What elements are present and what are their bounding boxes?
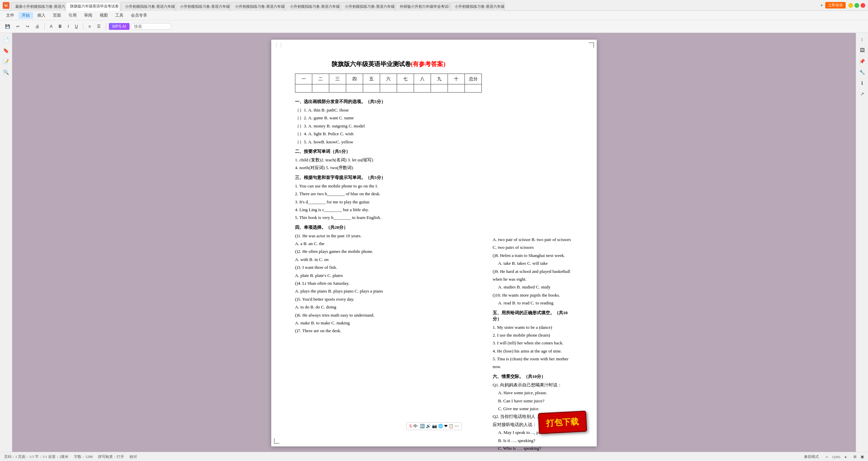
score-col-十: 十: [448, 74, 465, 84]
view-print-icon[interactable]: ▣: [861, 455, 864, 459]
sidebar-right-info[interactable]: ℹ: [858, 79, 866, 87]
sec-2-item-0: 1. You can use the mobile phone to go on…: [295, 182, 482, 190]
sogou-icons: 🔤 🔊 📷 🌐 ❤ 📋 ⋯: [420, 424, 459, 429]
tab-7[interactable]: 外研版小升初六年级毕业考试卷.doc×: [395, 2, 450, 11]
compat-mode: 兼容模式: [804, 454, 819, 459]
title-text: 陕旗版六年级英语毕业测试卷: [332, 61, 411, 67]
tab-3[interactable]: 小升初模拟练习卷-英语六年级下册×: [176, 2, 230, 11]
right-q10: ()10. He wants more pupils the books.: [493, 291, 573, 299]
close-button[interactable]: [861, 3, 865, 8]
bold-button[interactable]: B: [56, 23, 64, 30]
download-banner[interactable]: 打包下载: [538, 410, 587, 434]
share-icon[interactable]: ↗: [858, 90, 866, 98]
zoom-in-button[interactable]: +: [842, 453, 849, 461]
tab-bar: 最新小升初模拟练习卷-英语六年级×陕旗版六年级英语毕业考试卷×小升初模拟练习卷-…: [11, 0, 817, 11]
menu-item-插入[interactable]: 插入: [34, 12, 49, 19]
zoom-bar: − 110% +: [823, 453, 849, 461]
add-tab-button[interactable]: +: [818, 2, 825, 9]
sidebar-nav-doc[interactable]: 📄: [2, 36, 10, 44]
sec-0-item-2: （）3. A. money B. outgoing C. model: [295, 122, 482, 130]
view-normal-icon[interactable]: ⊞: [853, 455, 856, 459]
proofread[interactable]: 校对: [130, 454, 137, 459]
separator2: [83, 23, 83, 30]
tab-0[interactable]: 最新小升初模拟练习卷-英语六年级×: [11, 2, 65, 11]
undo-button[interactable]: ↩: [14, 23, 22, 30]
wps-logo: W: [3, 2, 9, 9]
right-sec5-title: 五、用所给词的正确形式填空。（共10分）: [493, 310, 573, 322]
menu-item-视图[interactable]: 视图: [96, 12, 111, 19]
sidebar-right-pin[interactable]: 📌: [858, 57, 866, 65]
score-val-col-八: [414, 84, 431, 93]
right-sec5-item-1: 2. I use the mobile phone (learn): [493, 331, 573, 339]
sidebar-nav-notes[interactable]: 📝: [2, 57, 10, 65]
doc-left-col: 陕旗版六年级英语毕业测试卷(有参考答案)一二三四五六七八九十总分一、选出画线部分…: [295, 60, 482, 452]
menu-item-审阅[interactable]: 审阅: [81, 12, 96, 19]
separator: [44, 23, 45, 30]
score-val-col-三: [329, 84, 346, 93]
tab-1[interactable]: 陕旗版六年级英语毕业考试卷×: [66, 2, 120, 11]
score-val-col-四: [346, 84, 363, 93]
sidebar-right-zoom[interactable]: ↕: [858, 36, 866, 44]
align-center-button[interactable]: ☰: [95, 23, 103, 30]
move-handle: ⋮⋮: [274, 42, 283, 48]
doc-layout: 陕旗版六年级英语毕业测试卷(有参考答案)一二三四五六七八九十总分一、选出画线部分…: [295, 60, 573, 452]
maximize-button[interactable]: [854, 3, 859, 8]
spell-check: 拼写检查：打开: [98, 454, 124, 459]
search-input[interactable]: [131, 23, 172, 30]
menu-item-开始[interactable]: 开始: [18, 12, 33, 19]
right-sec5-item-3: 4. He (lose) his arms at the age of nine…: [493, 347, 573, 355]
tab-5[interactable]: 小升初模拟练习卷-英语六年级下册×: [285, 2, 340, 11]
format-button[interactable]: A: [47, 23, 55, 30]
sec-3-item-9: A. to do B. do C. doing: [295, 303, 482, 311]
right-q10_options: A. read B. to read C. to reading: [498, 299, 573, 307]
score-col-五: 五: [363, 74, 380, 84]
tab-8[interactable]: 小升初模拟练习卷-英语六年级下册×: [450, 2, 505, 11]
score-col-一: 一: [295, 74, 312, 84]
sec-3-item-8: ()5. You'd better sports every day.: [295, 295, 482, 303]
right-sec6-item-6: B. Is it …. speaking?: [498, 437, 573, 444]
redo-button[interactable]: ↪: [23, 23, 32, 30]
align-left-button[interactable]: ≡: [86, 23, 93, 30]
sidebar-right-tools[interactable]: 🔧: [858, 68, 866, 76]
sidebar-right-image[interactable]: 🖼: [858, 46, 866, 55]
score-val-col-五: [363, 84, 380, 93]
doc-right-col: A. two pair of scissor B. two pair of sc…: [493, 60, 573, 452]
menu-item-工具[interactable]: 工具: [112, 12, 127, 19]
save-button[interactable]: 💾: [3, 23, 13, 30]
underline-button[interactable]: U: [73, 23, 80, 30]
italic-button[interactable]: I: [65, 23, 71, 30]
minimize-button[interactable]: [848, 3, 853, 8]
right-sec6-title: 六、情景交际。（共10分）: [493, 374, 573, 380]
score-val-col-二: [312, 84, 329, 93]
sec-3-item-11: A. make B. to make C. making: [295, 319, 482, 327]
sidebar-nav-bookmark[interactable]: 🔖: [2, 46, 10, 55]
doc-area[interactable]: ⋮⋮ 陕旗版六年级英语毕业测试卷(有参考答案)一二三四五六七八九十总分一、选出画…: [12, 33, 856, 452]
register-button[interactable]: 立即登录: [825, 2, 846, 8]
sec-2-item-1: 2. There are two h________ of blue on th…: [295, 190, 482, 198]
right-sec6-item-2: B. Can I have some juice?: [498, 397, 573, 405]
sec-3-item-5: A. plate B. plate's C. plates: [295, 272, 482, 279]
right-sidebar: ↕ 🖼 📌 🔧 ℹ ↗: [856, 33, 868, 452]
sec-title-2: 三、根据句意和首字母提示写单词。（共5分）: [295, 175, 482, 181]
menu-item-引用[interactable]: 引用: [65, 12, 80, 19]
score-col-六: 六: [380, 74, 397, 84]
status-right: 兼容模式 − 110% + ⊞ ▣: [804, 453, 864, 461]
sec-0-item-1: （）2. A. game B. want C. name: [295, 114, 482, 122]
score-val-col-一: [295, 84, 312, 93]
right-q9: ()9. He hard at school and played basket…: [493, 267, 573, 283]
corner-mark-bl: [274, 438, 279, 444]
score-col-四: 四: [346, 74, 363, 84]
tab-6[interactable]: 小升初模拟练习卷-英语六年级下册×: [340, 2, 395, 11]
print-button[interactable]: 🖨: [33, 23, 42, 30]
tab-2[interactable]: 小升初模拟练习卷-英语六年级下册×: [121, 2, 175, 11]
score-col-二: 二: [312, 74, 329, 84]
tab-4[interactable]: 小升初模拟练习卷-英语六年级下册×: [231, 2, 285, 11]
sogou-bar: S 中· 🔤 🔊 📷 🌐 ❤ 📋 ⋯: [406, 422, 462, 430]
menu-item-文件[interactable]: 文件: [3, 12, 18, 19]
wps-ai-button[interactable]: WPS AI: [109, 23, 130, 30]
sogou-text: 中·: [413, 423, 418, 429]
zoom-out-button[interactable]: −: [823, 453, 830, 461]
menu-item-会员专享[interactable]: 会员专享: [127, 12, 151, 19]
menu-item-页面[interactable]: 页面: [50, 12, 64, 19]
sidebar-nav-search[interactable]: 🔍: [2, 68, 10, 76]
